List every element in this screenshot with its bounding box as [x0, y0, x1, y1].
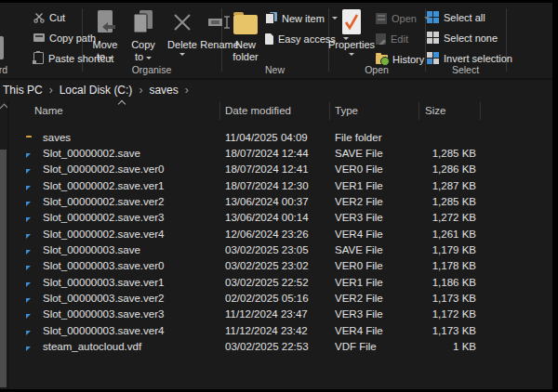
- file-type: SAVE File: [335, 244, 383, 255]
- file-name: steam_autocloud.vdf: [43, 341, 141, 352]
- file-type: VER4 File: [335, 229, 383, 240]
- select-none-label: Select none: [444, 33, 498, 44]
- open-button[interactable]: Open: [376, 11, 430, 25]
- invert-selection-label: Invert selection: [444, 53, 512, 64]
- select-all-icon: [427, 11, 439, 23]
- column-divider[interactable]: [480, 102, 481, 120]
- column-divider[interactable]: [329, 102, 330, 120]
- file-type: VER2 File: [335, 293, 383, 304]
- paste-shortcut-icon: [33, 52, 44, 64]
- file-type: VER2 File: [335, 196, 383, 207]
- cut-label: Cut: [49, 12, 65, 23]
- file-size: 1,261 KB: [400, 229, 476, 240]
- copy-to-label-line1: Copy: [131, 39, 155, 51]
- column-header-type[interactable]: Type: [335, 105, 358, 116]
- table-row[interactable]: Slot_00000002.save 18/07/2024 12:44 SAVE…: [0, 145, 552, 161]
- file-name: Slot_00000003.save.ver2: [43, 293, 164, 304]
- new-folder-label-line1: New: [235, 39, 256, 51]
- invert-selection-button[interactable]: Invert selection: [427, 51, 512, 65]
- table-row[interactable]: saves 11/04/2025 04:09 File folder: [0, 129, 552, 145]
- column-divider[interactable]: [418, 102, 419, 120]
- cut-button[interactable]: Cut: [33, 10, 65, 24]
- table-row[interactable]: Slot_00000002.save.ver4 12/06/2024 23:26…: [0, 226, 552, 242]
- file-name: Slot_00000002.save.ver3: [43, 212, 164, 223]
- dropdown-caret: [108, 57, 113, 59]
- select-all-label: Select all: [444, 12, 485, 23]
- file-size: 1,179 KB: [400, 244, 476, 255]
- file-size: 1,172 KB: [400, 308, 476, 320]
- copy-to-label-line2: to: [135, 51, 152, 63]
- move-to-button[interactable]: Move to: [86, 6, 125, 63]
- group-label-select: Select: [425, 64, 506, 75]
- file-size: 1 KB: [400, 341, 476, 352]
- new-item-icon: [265, 12, 277, 24]
- column-header-date-modified[interactable]: Date modified: [225, 105, 291, 116]
- delete-icon: [171, 6, 193, 39]
- file-name: Slot_00000002.save.ver2: [43, 196, 164, 207]
- open-label: Open: [392, 13, 417, 24]
- file-name: Slot_00000002.save.ver0: [43, 163, 164, 175]
- table-row[interactable]: Slot_00000002.save.ver2 13/06/2024 00:37…: [0, 193, 552, 209]
- file-size: 1,287 KB: [400, 180, 476, 191]
- file-name: Slot_00000003.save.ver3: [43, 308, 164, 320]
- file-rows: saves 11/04/2025 04:09 File folder Slot_…: [0, 129, 552, 355]
- column-header-row: Name Date modified Type Size: [9, 99, 552, 124]
- paste-button-partial[interactable]: [0, 36, 4, 59]
- table-row[interactable]: steam_autocloud.vdf 03/02/2025 22:53 VDF…: [0, 338, 552, 354]
- table-row[interactable]: Slot_00000003.save.ver1 03/02/2025 22:52…: [0, 274, 552, 290]
- copy-to-icon: [130, 6, 156, 39]
- group-label-new: New: [221, 64, 328, 75]
- breadcrumb-saves[interactable]: saves: [146, 84, 180, 97]
- new-folder-button[interactable]: New folder: [225, 6, 266, 63]
- file-date: 11/04/2025 04:09: [225, 132, 308, 143]
- chevron-right-icon[interactable]: ›: [135, 84, 146, 97]
- delete-label: Delete: [167, 39, 197, 51]
- properties-label: Properties: [328, 39, 375, 51]
- file-name: saves: [43, 132, 71, 143]
- edit-button[interactable]: Edit: [376, 32, 408, 46]
- file-date: 11/12/2024 23:47: [225, 308, 308, 320]
- table-row[interactable]: Slot_00000002.save.ver3 13/06/2024 00:14…: [0, 210, 552, 226]
- delete-button[interactable]: Delete: [164, 6, 201, 56]
- table-row[interactable]: Slot_00000003.save 03/02/2025 23:05 SAVE…: [0, 242, 552, 257]
- explorer-window: Cut Copy path Paste shortcut Move to: [0, 3, 552, 389]
- file-size: 1,178 KB: [400, 260, 476, 271]
- breadcrumb-local-disk[interactable]: Local Disk (C:): [57, 84, 136, 97]
- table-row[interactable]: Slot_00000003.save.ver0 03/02/2025 23:02…: [0, 258, 552, 274]
- table-row[interactable]: Slot_00000003.save.ver2 02/02/2025 05:16…: [0, 290, 552, 306]
- properties-button[interactable]: Properties: [326, 6, 378, 56]
- file-date: 03/02/2025 23:02: [225, 260, 309, 271]
- select-all-button[interactable]: Select all: [427, 10, 485, 24]
- sort-ascending-icon: [118, 100, 126, 108]
- breadcrumb-this-pc[interactable]: This PC: [0, 84, 46, 97]
- copy-to-button[interactable]: Copy to: [125, 6, 162, 63]
- column-divider[interactable]: [219, 102, 220, 120]
- properties-icon: [340, 6, 363, 39]
- column-header-name[interactable]: Name: [34, 105, 63, 116]
- table-row[interactable]: Slot_00000003.save.ver3 11/12/2024 23:47…: [0, 307, 552, 322]
- cut-icon: [33, 12, 45, 23]
- chevron-right-icon[interactable]: ›: [181, 84, 193, 97]
- table-row[interactable]: Slot_00000002.save.ver0 18/07/2024 12:41…: [0, 162, 552, 177]
- file-date: 18/07/2024 12:44: [225, 148, 309, 159]
- file-size: 1,285 KB: [400, 148, 476, 159]
- file-type: VDF File: [335, 341, 377, 352]
- file-size: 1,286 KB: [400, 163, 476, 175]
- group-label-organise: Organise: [82, 64, 221, 75]
- file-date: 03/02/2025 22:53: [225, 341, 309, 352]
- file-name: Slot_00000002.save.ver1: [43, 180, 164, 191]
- select-none-button[interactable]: Select none: [427, 31, 498, 45]
- history-icon: [376, 55, 388, 64]
- file-name: Slot_00000003.save: [43, 244, 140, 255]
- column-header-size[interactable]: Size: [425, 105, 445, 116]
- move-to-label-line1: Move: [93, 39, 118, 51]
- invert-selection-icon: [427, 52, 439, 64]
- file-type: VER4 File: [335, 325, 383, 336]
- chevron-right-icon[interactable]: ›: [46, 84, 57, 97]
- file-name: Slot_00000003.save.ver1: [43, 277, 164, 288]
- table-row[interactable]: Slot_00000003.save.ver4 11/12/2024 23:42…: [0, 322, 552, 338]
- table-row[interactable]: Slot_00000002.save.ver1 18/07/2024 12:30…: [0, 177, 552, 193]
- file-date: 13/06/2024 00:37: [225, 196, 309, 207]
- new-item-label: New item: [282, 13, 325, 24]
- file-type: VER3 File: [335, 212, 383, 223]
